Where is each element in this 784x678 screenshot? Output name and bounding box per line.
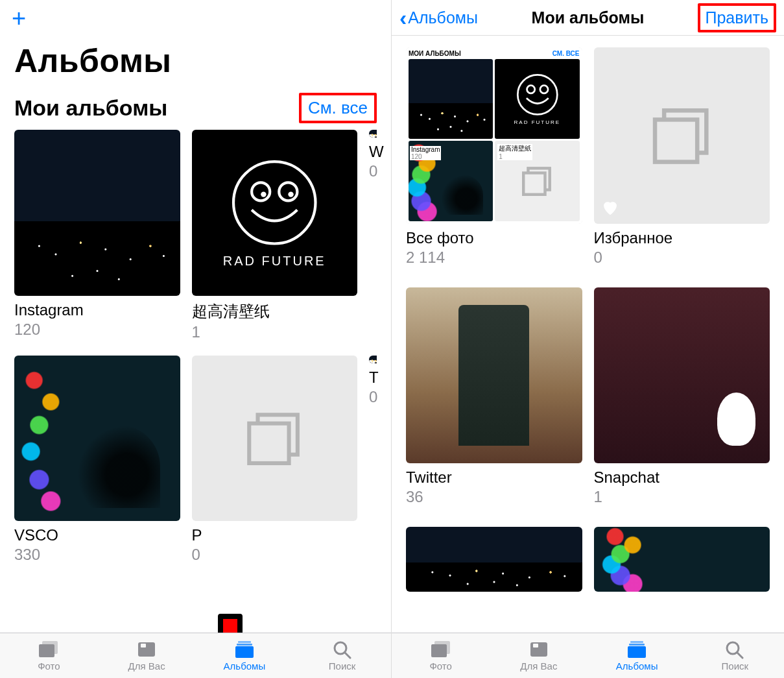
tab-search[interactable]: Поиск: [293, 633, 391, 678]
album-thumbnail: [406, 287, 582, 464]
photos-icon: [430, 640, 452, 659]
album-thumbnail: [594, 527, 770, 592]
edit-button[interactable]: Править: [698, 3, 777, 32]
svg-rect-28: [629, 644, 645, 646]
smiley-icon: [514, 73, 561, 117]
empty-album-icon: [518, 163, 556, 199]
tab-search[interactable]: Поиск: [686, 633, 784, 678]
album-all-photos[interactable]: МОИ АЛЬБОМЫ СМ. ВСЕ RAD FUTURE: [406, 47, 582, 276]
tab-photos[interactable]: Фото: [392, 633, 490, 678]
album-count: 120: [14, 321, 180, 339]
empty-album-icon: [241, 405, 307, 471]
svg-rect-26: [533, 644, 538, 648]
album-count: 0: [369, 162, 377, 180]
tabbar: Фото Для Вас Альбомы Поиск: [0, 633, 391, 678]
albums-icon: [233, 640, 255, 659]
svg-rect-9: [138, 642, 155, 657]
svg-rect-20: [523, 173, 545, 195]
collage-header-left: МОИ АЛЬБОМЫ: [409, 50, 461, 57]
album-snapchat[interactable]: Snapchat 1: [594, 287, 770, 516]
album-count: 330: [14, 546, 180, 564]
album-favorites[interactable]: Избранное 0: [594, 47, 770, 276]
empty-album-icon: [647, 100, 717, 171]
svg-point-4: [288, 191, 293, 197]
svg-line-15: [345, 653, 350, 658]
tab-label: Для Вас: [520, 660, 557, 672]
smiley-icon: [229, 157, 320, 248]
svg-rect-8: [39, 644, 54, 657]
album-thumbnail: [14, 130, 180, 296]
chevron-left-icon: ‹: [399, 6, 407, 29]
album-name: Snapchat: [594, 468, 770, 487]
album-peek[interactable]: T 0: [369, 356, 377, 574]
albums-grid-scroll[interactable]: МОИ АЛЬБОМЫ СМ. ВСЕ RAD FUTURE: [392, 36, 784, 633]
back-button[interactable]: ‹ Альбомы: [399, 6, 478, 29]
album-peek[interactable]: W 0: [369, 130, 377, 350]
album-count: 0: [192, 546, 358, 564]
album-count: 0: [369, 388, 377, 406]
svg-line-31: [737, 653, 742, 658]
tab-albums[interactable]: Альбомы: [588, 633, 686, 678]
album-empty[interactable]: P 0: [192, 356, 358, 574]
album-name: P: [192, 526, 358, 544]
annotation-arrow-down-icon: [201, 613, 259, 633]
tab-label: Альбомы: [616, 660, 658, 672]
albums-scroll[interactable]: Instagram 120 RAD FUTURE 超高清壁纸 1: [0, 130, 391, 633]
album-name: Instagram: [14, 301, 180, 319]
tab-label: Поиск: [329, 660, 356, 672]
tab-label: Поиск: [722, 660, 749, 672]
album-count: 0: [594, 248, 770, 267]
album-thumbnail: [369, 130, 377, 138]
album-peek[interactable]: [594, 527, 770, 592]
album-thumbnail: [369, 356, 377, 363]
svg-rect-27: [630, 641, 643, 643]
album-thumbnail: [406, 527, 582, 592]
for-you-icon: [136, 640, 158, 659]
album-vsco[interactable]: VSCO 330: [14, 356, 180, 574]
tab-label: Для Вас: [128, 660, 165, 672]
tab-for-you[interactable]: Для Вас: [98, 633, 196, 678]
for-you-icon: [528, 640, 550, 659]
svg-rect-29: [628, 646, 646, 658]
album-twitter[interactable]: Twitter 36: [406, 287, 582, 516]
section-my-albums-header: Мои альбомы См. все: [0, 93, 391, 130]
album-name: VSCO: [14, 526, 180, 544]
section-title: Мои альбомы: [14, 95, 167, 121]
album-name: T: [369, 369, 377, 387]
svg-rect-24: [431, 644, 447, 657]
album-name: Все фото: [406, 229, 582, 247]
photos-icon: [38, 640, 60, 659]
add-album-button[interactable]: +: [12, 6, 26, 30]
topbar: +: [0, 0, 391, 36]
collage-header-right: СМ. ВСЕ: [552, 50, 580, 57]
album-thumbnail: [594, 47, 770, 224]
album-thumbnail: [192, 356, 358, 522]
tab-albums[interactable]: Альбомы: [196, 633, 294, 678]
screen-my-albums: ‹ Альбомы Мои альбомы Править МОИ АЛЬБОМ…: [392, 0, 784, 678]
album-name: Избранное: [594, 229, 770, 247]
album-wallpaper[interactable]: RAD FUTURE 超高清壁纸 1: [192, 130, 358, 350]
svg-point-3: [261, 191, 266, 197]
album-peek[interactable]: [406, 527, 582, 592]
see-all-button[interactable]: См. все: [299, 93, 377, 123]
back-label: Альбомы: [408, 8, 478, 27]
album-name: 超高清壁纸: [192, 301, 358, 322]
album-name: Twitter: [406, 468, 582, 487]
album-instagram[interactable]: Instagram 120: [14, 130, 180, 350]
search-icon: [724, 640, 746, 659]
tab-photos[interactable]: Фото: [0, 633, 98, 678]
album-count: 1: [594, 488, 770, 506]
tabbar: Фото Для Вас Альбомы Поиск: [392, 633, 784, 678]
svg-point-17: [527, 86, 534, 93]
svg-rect-13: [235, 646, 254, 658]
svg-point-2: [279, 182, 297, 200]
heart-icon: [600, 198, 620, 217]
navbar: ‹ Альбомы Мои альбомы Править: [392, 0, 784, 36]
svg-rect-22: [655, 120, 697, 162]
album-name: W: [369, 143, 377, 161]
tab-for-you[interactable]: Для Вас: [490, 633, 588, 678]
album-count: 1: [192, 323, 358, 341]
album-count: 2 114: [406, 248, 582, 267]
svg-rect-11: [238, 641, 251, 643]
tab-label: Фото: [38, 660, 60, 672]
